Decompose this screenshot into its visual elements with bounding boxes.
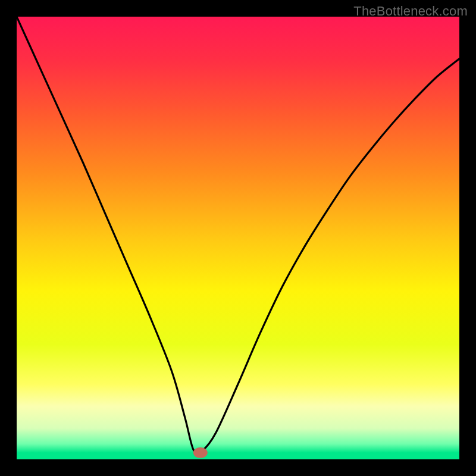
chart-frame: TheBottleneck.com xyxy=(0,0,476,476)
optimal-point-marker xyxy=(193,447,208,458)
plot-svg xyxy=(17,17,459,459)
gradient-background xyxy=(17,17,459,459)
plot-area xyxy=(17,17,459,459)
